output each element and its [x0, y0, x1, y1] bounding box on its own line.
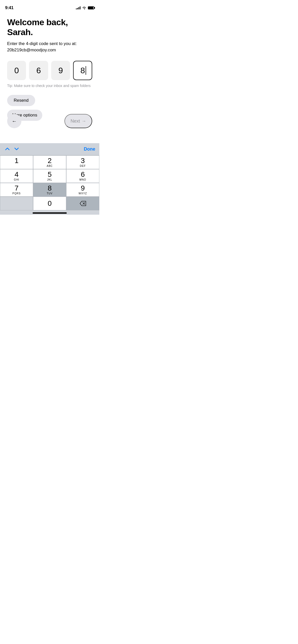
- key-7[interactable]: 7 PQRS: [0, 183, 33, 197]
- main-content: Welcome back, Sarah. Enter the 4-digit c…: [0, 12, 99, 121]
- code-digit-3[interactable]: 9: [51, 61, 70, 80]
- nav-buttons: ← Next →: [0, 114, 99, 128]
- resend-button[interactable]: Resend: [7, 95, 35, 106]
- key-empty-left: [0, 197, 33, 210]
- keyboard-toolbar: Done: [0, 143, 99, 155]
- code-digit-1[interactable]: 0: [7, 61, 26, 80]
- code-digit-2[interactable]: 6: [29, 61, 48, 80]
- keyboard-prev-button[interactable]: [4, 146, 11, 153]
- key-5[interactable]: 5 JKL: [33, 169, 66, 183]
- home-bar: [33, 212, 67, 214]
- key-2[interactable]: 2 ABC: [33, 155, 66, 169]
- keyboard-area: Done 1 2 ABC 3 DEF 4 GHI 5 JKL 6 MNO: [0, 143, 99, 215]
- chevron-up-icon: [5, 147, 10, 151]
- backspace-icon: [79, 201, 86, 206]
- key-0[interactable]: 0: [33, 197, 66, 210]
- key-1[interactable]: 1: [0, 155, 33, 169]
- keyboard-next-field-button[interactable]: [13, 146, 20, 153]
- page-title: Welcome back, Sarah.: [7, 17, 92, 37]
- code-input-group[interactable]: 0 6 9 8: [7, 61, 92, 80]
- status-icons: [76, 6, 94, 10]
- code-digit-4[interactable]: 8: [73, 61, 92, 80]
- key-4[interactable]: 4 GHI: [0, 169, 33, 183]
- key-3[interactable]: 3 DEF: [66, 155, 99, 169]
- tip-text: Tip: Make sure to check your inbox and s…: [7, 84, 92, 88]
- toolbar-nav: [4, 146, 20, 153]
- key-9[interactable]: 9 WXYZ: [66, 183, 99, 197]
- keyboard-done-button[interactable]: Done: [84, 147, 95, 152]
- signal-icon: [76, 6, 80, 9]
- battery-icon: [88, 6, 94, 9]
- numpad: 1 2 ABC 3 DEF 4 GHI 5 JKL 6 MNO 7 PQRS: [0, 155, 99, 210]
- delete-key[interactable]: [66, 197, 99, 210]
- next-arrow-icon: →: [82, 119, 86, 124]
- status-bar: 9:41: [0, 0, 99, 12]
- key-6[interactable]: 6 MNO: [66, 169, 99, 183]
- wifi-icon: [82, 6, 86, 10]
- back-arrow-icon: ←: [12, 118, 17, 124]
- subtitle-text: Enter the 4-digit code sent to you at: E…: [7, 41, 92, 53]
- key-8[interactable]: 8 TUV: [33, 183, 66, 197]
- next-label: Next: [71, 119, 80, 124]
- back-button[interactable]: ←: [7, 114, 21, 128]
- status-time: 9:41: [5, 5, 13, 10]
- home-indicator: [0, 210, 99, 215]
- chevron-down-icon: [14, 147, 19, 151]
- text-cursor: [86, 66, 86, 75]
- next-button[interactable]: Next →: [64, 114, 92, 128]
